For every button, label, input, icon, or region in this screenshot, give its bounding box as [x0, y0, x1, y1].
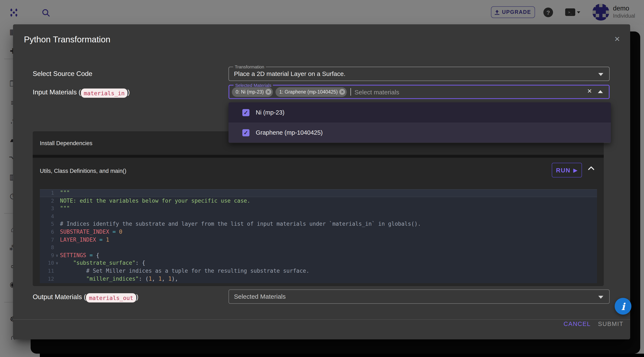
- screen: UPGRADE ? >_ demo Individual: [0, 0, 644, 357]
- line-number: 10: [40, 259, 54, 267]
- accordion-gap: [33, 155, 604, 158]
- fold-marker-icon: [54, 197, 60, 205]
- fold-marker-icon: [54, 244, 60, 252]
- code-text: [60, 244, 597, 252]
- info-fab[interactable]: i: [615, 298, 632, 315]
- transformation-select-label: Transformation: [233, 64, 266, 69]
- code-text: [60, 213, 597, 220]
- code-text: """: [60, 189, 597, 197]
- play-icon: ▶: [573, 167, 578, 173]
- utils-accordion: Utils, Class Definitions, and main() RUN…: [33, 158, 604, 286]
- fold-marker-icon: [54, 213, 60, 220]
- fold-marker-icon: [54, 236, 60, 244]
- code-line: 9∨SETTINGS = {: [40, 252, 597, 259]
- line-number: 6: [40, 228, 54, 236]
- code-line: 8: [40, 244, 597, 252]
- code-line: 4: [40, 213, 597, 220]
- fold-marker-icon: [54, 228, 60, 236]
- checkbox-checked-icon[interactable]: ✓: [242, 109, 250, 116]
- python-transformation-dialog: Python Transformation ✕ Select Source Co…: [13, 24, 630, 339]
- fold-marker-icon: [54, 275, 60, 283]
- clear-selection-icon[interactable]: ✕: [587, 88, 592, 94]
- close-icon[interactable]: ✕: [612, 34, 622, 45]
- line-number: 11: [40, 267, 54, 275]
- chip-delete-icon[interactable]: ✕: [266, 89, 271, 95]
- line-number: 7: [40, 236, 54, 244]
- code-line: 5# Indices identify the substrate and la…: [40, 220, 597, 228]
- code-text: LAYER_INDEX = 1: [60, 236, 597, 244]
- code-text: """: [60, 205, 597, 212]
- fold-marker-icon: [54, 220, 60, 228]
- line-number: 12: [40, 275, 54, 283]
- utils-accordion-label: Utils, Class Definitions, and main(): [40, 168, 126, 174]
- output-select-value: Selected Materials: [234, 293, 286, 300]
- checkbox-checked-icon[interactable]: ✓: [242, 129, 250, 136]
- fold-marker-icon: [54, 267, 60, 275]
- code-text: SUBSTRATE_INDEX = 0: [60, 228, 597, 236]
- materials-in-code: materials_in: [81, 89, 128, 98]
- material-chip[interactable]: 0: Ni (mp-23)✕: [232, 87, 273, 97]
- line-number: 4: [40, 213, 54, 220]
- transformation-select[interactable]: Transformation Place a 2D material Layer…: [228, 67, 610, 81]
- line-number: 8: [40, 244, 54, 252]
- chevron-down-icon: [598, 296, 603, 299]
- line-number: 1: [40, 189, 54, 197]
- line-number: 5: [40, 220, 54, 228]
- materials-dropdown-menu: ✓Ni (mp-23)✓Graphene (mp-1040425): [228, 102, 611, 143]
- install-dependencies-label: Install Dependencies: [40, 140, 92, 146]
- materials-out-code: materials_out: [86, 293, 136, 302]
- fold-marker-icon: [54, 205, 60, 212]
- input-materials-label: Input Materials (materials_in): [33, 87, 130, 98]
- fold-marker-icon: [54, 189, 60, 197]
- code-line: 6SUBSTRATE_INDEX = 0: [40, 228, 597, 236]
- transformation-select-value: Place a 2D material Layer on a Surface.: [234, 70, 346, 77]
- code-text: "miller_indices": (1, 1, 1),: [60, 275, 597, 283]
- output-materials-select[interactable]: Selected Materials: [228, 289, 610, 304]
- select-source-code-label: Select Source Code: [33, 69, 92, 79]
- output-materials-label: Output Materials (materials_out): [33, 291, 138, 302]
- actions-divider: [13, 319, 630, 320]
- code-line: 3""": [40, 205, 597, 212]
- fold-marker-icon[interactable]: ∨: [54, 252, 60, 259]
- code-line: 12 "miller_indices": (1, 1, 1),: [40, 275, 597, 283]
- code-editor[interactable]: 1"""2NOTE: edit the variables below for …: [40, 189, 597, 283]
- material-option[interactable]: ✓Ni (mp-23): [228, 102, 611, 123]
- code-line: 11 # Set Miller indices as a tuple for t…: [40, 267, 597, 275]
- submit-button[interactable]: SUBMIT: [598, 317, 624, 330]
- chevron-up-icon[interactable]: [598, 90, 603, 93]
- material-chip[interactable]: 1: Graphene (mp-1040425)✕: [276, 87, 347, 97]
- line-number: 2: [40, 197, 54, 205]
- chevron-down-icon: [598, 73, 603, 76]
- text-cursor: [351, 88, 351, 96]
- run-button[interactable]: RUN▶: [552, 163, 582, 177]
- collapse-icon[interactable]: [588, 166, 594, 170]
- code-text: SETTINGS = {: [60, 252, 597, 259]
- material-option-label: Graphene (mp-1040425): [256, 129, 323, 136]
- code-line: 7LAYER_INDEX = 1: [40, 236, 597, 244]
- chip-delete-icon[interactable]: ✕: [340, 89, 345, 95]
- viewport: UPGRADE ? >_ demo Individual: [0, 0, 644, 357]
- code-line: 10∨ "substrate_surface": {: [40, 259, 597, 267]
- code-line: 1""": [40, 189, 597, 197]
- material-option-label: Ni (mp-23): [256, 109, 284, 116]
- selected-materials-multiselect[interactable]: Selected Materials 0: Ni (mp-23)✕1: Grap…: [228, 85, 610, 99]
- fold-marker-icon[interactable]: ∨: [54, 259, 60, 267]
- code-text: "substrate_surface": {: [60, 259, 597, 267]
- select-materials-placeholder: Select materials: [354, 88, 399, 95]
- code-line: 2NOTE: edit the variables below for your…: [40, 197, 597, 205]
- dialog-title: Python Transformation: [24, 35, 110, 45]
- code-text: NOTE: edit the variables below for your …: [60, 197, 597, 205]
- material-option[interactable]: ✓Graphene (mp-1040425): [228, 123, 611, 143]
- selected-materials-chips: 0: Ni (mp-23)✕1: Graphene (mp-1040425)✕S…: [232, 86, 399, 98]
- line-number: 9: [40, 252, 54, 259]
- line-number: 3: [40, 205, 54, 212]
- code-text: # Indices identify the substrate and lay…: [60, 220, 597, 228]
- cancel-button[interactable]: CANCEL: [564, 317, 591, 330]
- code-text: # Set Miller indices as a tuple for the …: [60, 267, 597, 275]
